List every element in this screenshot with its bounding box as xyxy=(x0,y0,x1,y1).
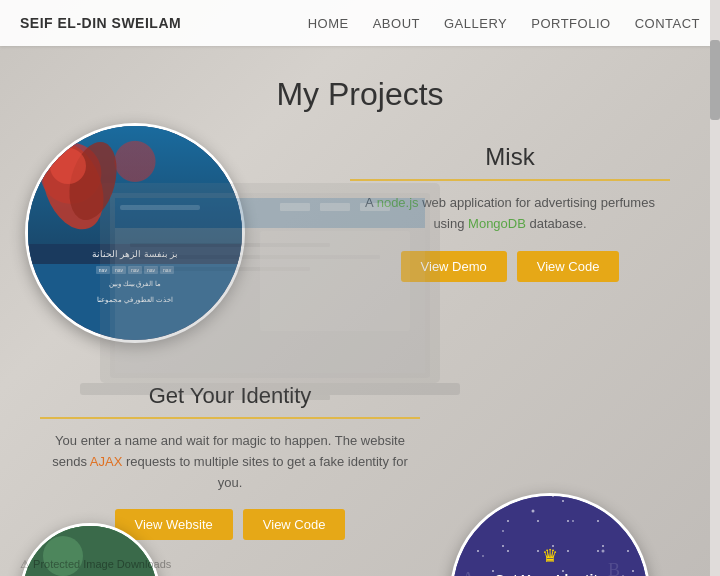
scrollbar[interactable] xyxy=(710,0,720,576)
logo: SEIF EL-DIN SWEILAM xyxy=(20,15,181,31)
svg-rect-14 xyxy=(260,231,410,331)
svg-point-17 xyxy=(472,515,475,518)
ajax-text: AJAX xyxy=(90,454,123,469)
header: SEIF EL-DIN SWEILAM HOME ABOUT GALLERY P… xyxy=(0,0,720,46)
svg-point-21 xyxy=(612,513,615,516)
svg-point-18 xyxy=(502,530,504,532)
mongodb-text: MongoDB xyxy=(468,216,526,231)
navigation: HOME ABOUT GALLERY PORTFOLIO CONTACT xyxy=(308,16,700,31)
svg-rect-6 xyxy=(115,198,425,228)
svg-point-22 xyxy=(482,555,484,557)
scrollbar-thumb[interactable] xyxy=(710,40,720,120)
svg-point-19 xyxy=(532,510,535,513)
svg-rect-16 xyxy=(210,395,330,400)
svg-text:A: A xyxy=(461,568,476,576)
identity-view-website-button[interactable]: View Website xyxy=(115,509,233,540)
identity-circle-image: A B R G ♛ Get Your Identity Enter Your F… xyxy=(450,493,650,576)
nav-portfolio[interactable]: PORTFOLIO xyxy=(531,16,610,31)
nav-about[interactable]: ABOUT xyxy=(373,16,420,31)
watermark: ⚠ Protected Image Downloads xyxy=(20,558,171,571)
identity-circle-content: A B R G ♛ Get Your Identity Enter Your F… xyxy=(453,496,647,576)
identity-crown-icon: ♛ xyxy=(542,545,558,567)
identity-description: You enter a name and wait for magic to h… xyxy=(40,431,420,493)
svg-point-20 xyxy=(572,520,574,522)
svg-rect-10 xyxy=(360,203,390,211)
svg-rect-8 xyxy=(280,203,310,211)
misk-view-code-button[interactable]: View Code xyxy=(517,251,620,282)
main-content: My Projects بز بنفسة الزهر الحنانة xyxy=(0,46,720,576)
page-title: My Projects xyxy=(40,76,680,113)
svg-point-23 xyxy=(602,550,605,553)
nav-home[interactable]: HOME xyxy=(308,16,349,31)
projects-area: بز بنفسة الزهر الحنانة nav nav nav nav n… xyxy=(40,143,680,576)
identity-view-code-button[interactable]: View Code xyxy=(243,509,346,540)
svg-rect-9 xyxy=(320,203,350,211)
nav-contact[interactable]: CONTACT xyxy=(635,16,700,31)
identity-circle-title: Get Your Identity xyxy=(494,571,606,576)
svg-text:B: B xyxy=(608,560,620,576)
svg-rect-15 xyxy=(80,383,460,395)
nav-gallery[interactable]: GALLERY xyxy=(444,16,507,31)
svg-point-2 xyxy=(50,148,86,184)
misk-title: Misk xyxy=(350,143,670,171)
